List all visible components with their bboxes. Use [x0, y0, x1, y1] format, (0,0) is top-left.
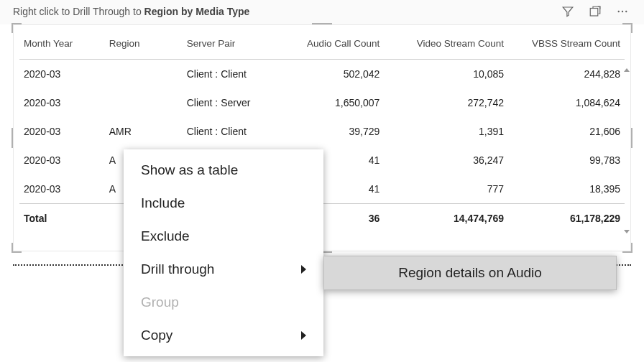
cell-month-year: 2020-03 — [19, 60, 105, 89]
cell-month-year: 2020-03 — [19, 88, 105, 117]
menu-exclude[interactable]: Exclude — [124, 220, 323, 253]
cell-video: 777 — [384, 175, 508, 204]
submenu-label: Region details on Audio — [398, 265, 542, 280]
menu-label: Show as a table — [141, 162, 238, 178]
col-vbss-count[interactable]: VBSS Stream Count — [508, 29, 625, 60]
scroll-up-icon[interactable] — [624, 68, 630, 72]
cell-audio: 39,729 — [283, 117, 384, 146]
col-server-pair[interactable]: Server Pair — [183, 29, 283, 60]
menu-include[interactable]: Include — [124, 187, 323, 220]
focus-mode-icon[interactable] — [586, 3, 604, 20]
cell-region: AMR — [105, 117, 183, 146]
cell-vbss: 244,828 — [508, 60, 625, 89]
chevron-right-icon — [301, 265, 306, 274]
menu-label: Include — [141, 195, 185, 211]
menu-show-as-table[interactable]: Show as a table — [124, 154, 323, 187]
cell-server-pair: Client : Server — [183, 88, 283, 117]
cell-video: 272,742 — [384, 88, 508, 117]
menu-drill-through[interactable]: Drill through — [124, 253, 323, 286]
svg-point-3 — [625, 11, 627, 12]
cell-audio: 502,042 — [283, 60, 384, 89]
menu-label: Drill through — [141, 261, 214, 277]
cell-vbss: 99,783 — [508, 146, 625, 175]
total-label: Total — [19, 204, 105, 233]
cell-server-pair: Client : Client — [183, 60, 283, 89]
menu-label: Copy — [141, 328, 172, 343]
table-header-row: Month Year Region Server Pair Audio Call… — [19, 29, 625, 60]
cell-video: 36,247 — [384, 146, 508, 175]
total-vbss: 61,178,229 — [508, 204, 625, 233]
hint-prefix: Right click to Drill Through to — [13, 6, 144, 17]
menu-copy[interactable]: Copy — [124, 319, 323, 352]
cell-region — [105, 60, 183, 89]
cell-region — [105, 88, 183, 117]
menu-group: Group — [124, 286, 323, 319]
visual-header: Right click to Drill Through to Region b… — [0, 0, 644, 24]
cell-server-pair: Client : Client — [183, 117, 283, 146]
cell-video: 1,391 — [384, 117, 508, 146]
scroll-down-icon[interactable] — [624, 230, 630, 233]
col-month-year[interactable]: Month Year — [19, 29, 105, 60]
chevron-right-icon — [301, 331, 306, 340]
cell-month-year: 2020-03 — [19, 146, 105, 175]
menu-label: Exclude — [141, 228, 190, 244]
col-video-count[interactable]: Video Stream Count — [384, 29, 508, 60]
submenu-region-details-audio[interactable]: Region details on Audio — [324, 256, 616, 289]
cell-month-year: 2020-03 — [19, 117, 105, 146]
table-row[interactable]: 2020-03 Client : Client 502,042 10,085 2… — [19, 60, 625, 89]
total-video: 14,474,769 — [384, 204, 508, 233]
col-audio-count[interactable]: Audio Call Count — [283, 29, 384, 60]
context-menu: Show as a table Include Exclude Drill th… — [124, 149, 323, 356]
cell-vbss: 1,084,624 — [508, 88, 625, 117]
table-row[interactable]: 2020-03 Client : Server 1,650,007 272,74… — [19, 88, 625, 117]
vertical-scrollbar[interactable] — [624, 68, 630, 233]
cell-vbss: 21,606 — [508, 117, 625, 146]
svg-rect-0 — [590, 9, 598, 17]
menu-label: Group — [141, 294, 179, 310]
svg-point-2 — [622, 11, 623, 12]
cell-month-year: 2020-03 — [19, 175, 105, 204]
hint-target: Region by Media Type — [144, 6, 250, 17]
cell-audio: 1,650,007 — [283, 88, 384, 117]
more-options-icon[interactable] — [614, 3, 631, 20]
col-region[interactable]: Region — [105, 29, 183, 60]
drillthrough-submenu: Region details on Audio — [323, 256, 617, 290]
cell-vbss: 18,395 — [508, 175, 625, 204]
cell-video: 10,085 — [384, 60, 508, 89]
filter-icon[interactable] — [559, 3, 576, 20]
table-row[interactable]: 2020-03 AMR Client : Client 39,729 1,391… — [19, 117, 625, 146]
svg-point-1 — [618, 11, 620, 12]
drillthrough-hint: Right click to Drill Through to Region b… — [13, 6, 549, 17]
